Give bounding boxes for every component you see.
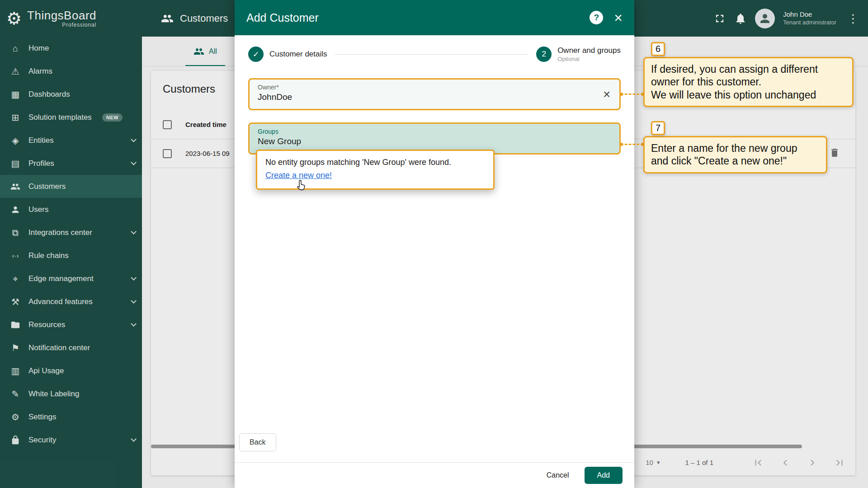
back-button[interactable]: Back: [239, 433, 276, 451]
owner-field-label: Owner*: [258, 84, 611, 91]
groups-field-value: New Group: [258, 136, 611, 146]
callout-6-number: 6: [651, 42, 665, 56]
step-number: 2: [536, 47, 552, 62]
callout-7-text-line1: Enter a name for the new group: [651, 142, 820, 155]
close-icon[interactable]: ×: [614, 10, 623, 25]
step-customer-details[interactable]: ✓ Customer details: [248, 47, 327, 62]
groups-field-label: Groups: [258, 128, 611, 135]
no-groups-message: No entity groups matching 'New Group' we…: [265, 158, 485, 167]
app-root: ⚙ ThingsBoard Professional ⌂ Home ⚠ Alar…: [0, 0, 868, 488]
add-button[interactable]: Add: [585, 467, 623, 484]
dialog-title: Add Customer: [246, 11, 319, 24]
cancel-button[interactable]: Cancel: [547, 471, 569, 479]
callout-6-text-line1: If desired, you can assign a different o…: [651, 63, 846, 89]
callout-6-connector: [621, 94, 643, 95]
dialog-footer: Cancel Add: [235, 462, 634, 488]
owner-field[interactable]: Owner* JohnDoe ×: [248, 78, 621, 110]
dialog-header: Add Customer ? ×: [235, 0, 634, 35]
callout-7-number: 7: [651, 121, 665, 135]
create-new-group-link[interactable]: Create a new one!: [265, 171, 332, 180]
clear-icon[interactable]: ×: [603, 88, 610, 100]
hand-cursor-icon: [297, 180, 306, 191]
dialog-body: ✓ Customer details 2 Owner and groups Op…: [235, 35, 634, 462]
callout-group: 7 Enter a name for the new group and cli…: [643, 136, 827, 174]
callout-7-connector: [621, 144, 643, 145]
callout-6-text-line2: We will leave this option unchanged: [651, 89, 846, 101]
owner-field-value: JohnDoe: [258, 92, 611, 102]
stepper-connector: [335, 54, 529, 55]
callout-owner: 6 If desired, you can assign a different…: [643, 57, 854, 107]
callout-7-text-line2: and click "Create a new one!": [651, 155, 820, 167]
stepper: ✓ Customer details 2 Owner and groups Op…: [248, 46, 621, 62]
groups-autocomplete-panel: No entity groups matching 'New Group' we…: [256, 150, 495, 190]
step-owner-and-groups[interactable]: 2 Owner and groups Optional: [536, 46, 621, 62]
step-optional-label: Optional: [557, 56, 621, 62]
add-customer-dialog: Add Customer ? × ✓ Customer details 2 Ow…: [235, 0, 634, 488]
check-icon: ✓: [248, 47, 264, 62]
help-icon[interactable]: ?: [590, 11, 603, 24]
